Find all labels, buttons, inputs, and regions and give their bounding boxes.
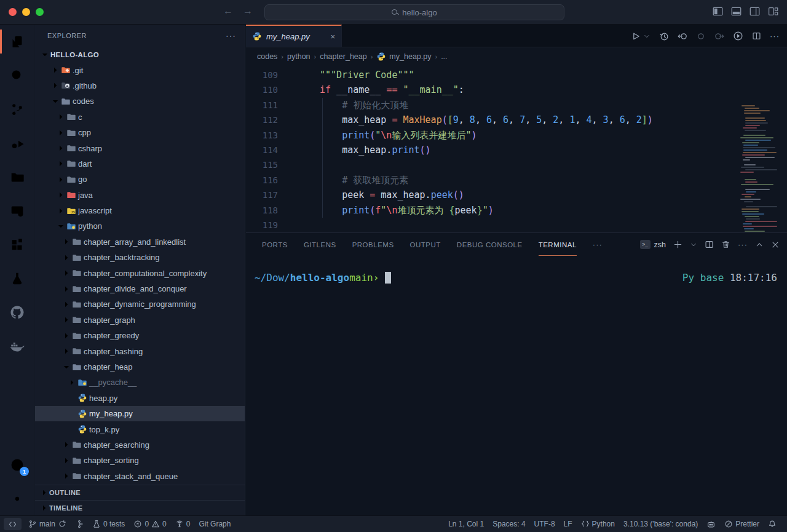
tree-item-my_heap.py[interactable]: my_heap.py (35, 406, 245, 421)
kill-terminal-button[interactable] (721, 240, 730, 249)
tree-item-heap.py[interactable]: heap.py (35, 391, 245, 406)
tree-item-dart[interactable]: dart (35, 156, 245, 172)
statusbar-tests[interactable]: 0 tests (88, 516, 129, 532)
tree-item-chapter_stack_and_queue[interactable]: chapter_stack_and_queue (35, 469, 245, 484)
section-outline[interactable]: OUTLINE (35, 485, 245, 500)
activity-settings[interactable] (0, 482, 34, 515)
tab-my-heap[interactable]: my_heap.py × (246, 25, 342, 47)
tree-item-chapter_graph[interactable]: chapter_graph (35, 312, 245, 328)
tree-item-chapter_array_and_linkedlist[interactable]: chapter_array_and_linkedlist (35, 234, 245, 250)
activity-folder-view[interactable] (0, 160, 34, 194)
panel-tabs-more-button[interactable]: ··· (593, 240, 603, 249)
tree-item-chapter_backtracking[interactable]: chapter_backtracking (35, 250, 245, 265)
terminal-instance-zsh[interactable]: >_ zsh (640, 240, 666, 249)
run-python-file-button[interactable] (733, 31, 743, 41)
activity-accounts[interactable]: 1 (0, 448, 34, 482)
run-button[interactable] (631, 31, 641, 41)
nav-forward-button[interactable] (714, 31, 724, 41)
statusbar-eol[interactable]: LF (560, 520, 577, 528)
timeline-history-button[interactable] (659, 31, 669, 41)
statusbar-python-interpreter[interactable]: 3.10.13 ('base': conda) (619, 520, 702, 528)
activity-source-control[interactable] (0, 92, 34, 126)
panel-tab-problems[interactable]: PROBLEMS (352, 233, 394, 256)
tree-item-python[interactable]: python (35, 218, 245, 234)
statusbar-problems[interactable]: 00 (129, 516, 170, 532)
tree-item-chapter_sorting[interactable]: chapter_sorting (35, 453, 245, 468)
activity-testing[interactable] (0, 261, 34, 295)
statusbar-git-graph-button[interactable]: Git Graph (194, 516, 235, 532)
tree-item-csharp[interactable]: csharp (35, 140, 245, 156)
panel-left-icon[interactable] (713, 6, 723, 17)
run-dropdown[interactable] (643, 33, 651, 40)
tree-item-chapter_searching[interactable]: chapter_searching (35, 437, 245, 453)
statusbar-ports-status[interactable]: 0 (171, 516, 195, 532)
panel-right-icon[interactable] (749, 6, 760, 17)
tree-item-chapter_greedy[interactable]: chapter_greedy (35, 328, 245, 343)
activity-explorer[interactable] (0, 25, 34, 58)
tree-item-java[interactable]: java (35, 188, 245, 203)
tree-root[interactable]: HELLO-ALGO (35, 47, 245, 62)
activity-docker[interactable] (0, 329, 34, 363)
tree-item-codes[interactable]: codes (35, 93, 245, 109)
breadcrumb-...[interactable]: ... (441, 52, 447, 61)
tree-item-.git[interactable]: .git (35, 62, 245, 77)
statusbar-cursor-position[interactable]: Ln 1, Col 1 (444, 520, 488, 528)
split-terminal-button[interactable] (705, 240, 714, 249)
tree-item-cpp[interactable]: cpp (35, 125, 245, 140)
history-back-button[interactable]: ← (221, 6, 235, 17)
breadcrumb-chapter_heap[interactable]: chapter_heap (320, 52, 366, 61)
breadcrumb-codes[interactable]: codes (257, 52, 277, 61)
code-editor[interactable]: 109 """Driver Code""" 110 if __name__ ==… (246, 66, 787, 232)
activity-run-debug[interactable] (0, 126, 34, 160)
minimap[interactable] (740, 103, 778, 232)
activity-github[interactable] (0, 295, 34, 329)
panel-tab-output[interactable]: OUTPUT (410, 233, 441, 256)
tree-item-__pycache__[interactable]: __pycache__ (35, 375, 245, 390)
nav-back-button[interactable] (678, 31, 687, 41)
maximize-window-button[interactable] (36, 8, 44, 16)
activity-search[interactable] (0, 58, 34, 92)
tree-item-top_k.py[interactable]: top_k.py (35, 421, 245, 437)
statusbar-remote-indicator[interactable] (4, 518, 22, 530)
tree-item-c[interactable]: c (35, 109, 245, 125)
activity-extensions[interactable] (0, 228, 34, 261)
tree-item-chapter_divide_and_conquer[interactable]: chapter_divide_and_conquer (35, 281, 245, 296)
section-timeline[interactable]: TIMELINE (35, 500, 245, 515)
explorer-more-button[interactable]: ··· (226, 31, 236, 41)
statusbar-notifications[interactable] (764, 520, 781, 528)
activity-remote-explorer[interactable] (0, 194, 34, 228)
layout-icon[interactable] (768, 6, 778, 17)
tree-item-chapter_computational_complexity[interactable]: chapter_computational_complexity (35, 265, 245, 280)
statusbar-indentation[interactable]: Spaces: 4 (488, 520, 529, 528)
terminal[interactable]: ~/Dow/hello-algo main › Py base 18:17:16 (246, 256, 787, 515)
tree-item-javascript[interactable]: JS javascript (35, 203, 245, 218)
panel-more-button[interactable]: ··· (738, 240, 748, 249)
statusbar-git-graph-icon-button[interactable] (71, 516, 88, 532)
statusbar-copilot[interactable] (702, 520, 720, 529)
history-forward-button[interactable]: → (241, 6, 255, 17)
statusbar-language-mode[interactable]: Python (577, 520, 619, 528)
terminal-dropdown[interactable] (690, 241, 697, 248)
split-editor-button[interactable] (752, 31, 761, 41)
tree-item-go[interactable]: go (35, 172, 245, 187)
tree-item-chapter_dynamic_programming[interactable]: chapter_dynamic_programming (35, 296, 245, 312)
command-center-search[interactable]: hello-algo (264, 4, 564, 20)
tab-close-icon[interactable]: × (330, 32, 335, 41)
breadcrumb-my_heap.py[interactable]: my_heap.py (376, 52, 431, 62)
new-terminal-button[interactable] (673, 240, 682, 249)
statusbar-git-branch[interactable]: main (24, 516, 71, 532)
tree-item-chapter_hashing[interactable]: chapter_hashing (35, 343, 245, 359)
panel-tab-terminal[interactable]: TERMINAL (539, 233, 577, 256)
editor-more-button[interactable]: ··· (770, 31, 780, 41)
maximize-panel-button[interactable] (755, 240, 764, 249)
tree-item-chapter_heap[interactable]: chapter_heap (35, 359, 245, 375)
nav-circle[interactable] (696, 31, 706, 41)
panel-tab-debug-console[interactable]: DEBUG CONSOLE (457, 233, 523, 256)
statusbar-prettier[interactable]: Prettier (720, 520, 764, 528)
close-panel-button[interactable] (771, 240, 780, 249)
minimize-window-button[interactable] (22, 8, 30, 16)
panel-tab-ports[interactable]: PORTS (262, 233, 288, 256)
panel-bottom-icon[interactable] (731, 6, 742, 17)
breadcrumb-python[interactable]: python (287, 52, 310, 61)
tree-item-.github[interactable]: .github (35, 78, 245, 93)
